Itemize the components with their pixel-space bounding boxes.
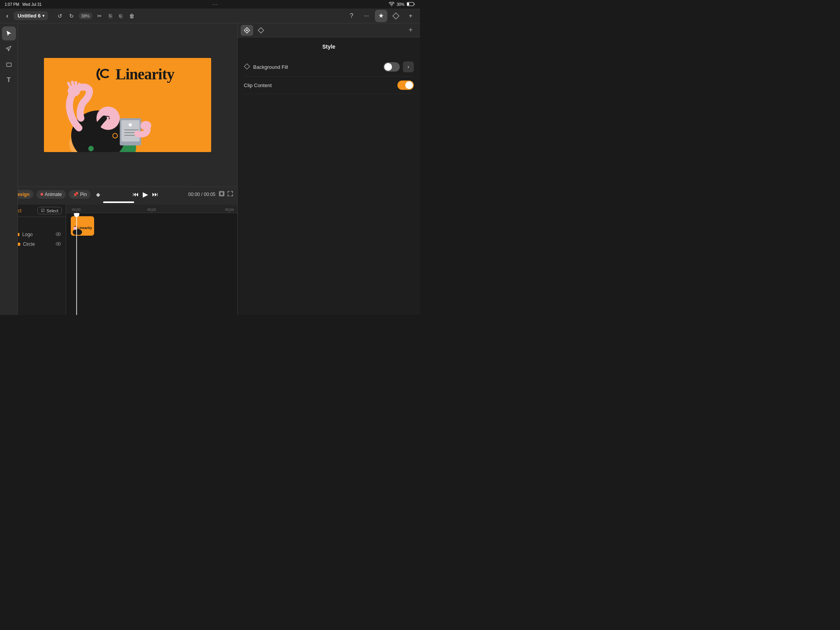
back-button[interactable]: ‹	[3, 11, 11, 21]
right-panel: + Style Background Fill ›	[237, 23, 420, 315]
animate-dot	[40, 193, 43, 196]
logo-swirl-icon	[94, 66, 112, 82]
panel-content: Style Background Fill › Clip Con	[238, 37, 420, 315]
status-dots: ···	[212, 2, 218, 7]
logo-visibility-icon[interactable]	[56, 232, 61, 237]
add-panel-button[interactable]: +	[404, 25, 417, 36]
tick-1	[152, 210, 152, 213]
fullscreen-button[interactable]	[227, 191, 233, 198]
redo-button[interactable]: ↻	[67, 11, 76, 21]
left-tools: T	[0, 23, 18, 315]
copy-button[interactable]: ⎘	[107, 11, 114, 21]
animation-toolbar: Design Animate 📌 Pin ◆ ⏮ ▶ ⏭ 00:00 / 00:…	[0, 187, 237, 201]
styles-tab-button[interactable]	[241, 25, 253, 36]
wifi-icon	[389, 2, 394, 7]
svg-point-22	[140, 121, 151, 130]
text-tool-label: T	[7, 77, 11, 84]
svg-line-11	[78, 84, 79, 88]
select-tool[interactable]	[2, 26, 16, 40]
battery-icon	[407, 2, 415, 7]
tick-0	[76, 210, 77, 213]
right-panel-tabs: +	[238, 23, 420, 37]
svg-point-30	[58, 243, 59, 245]
pin-tab-label: Pin	[80, 192, 87, 197]
scroll-indicator	[103, 201, 134, 203]
svg-point-15	[109, 118, 110, 119]
fit-view-button[interactable]	[219, 191, 225, 198]
svg-text:Linearity: Linearity	[77, 226, 92, 230]
svg-line-9	[72, 82, 73, 86]
battery-level: 30%	[397, 2, 404, 7]
time-display: 00:00 / 00:05	[188, 192, 215, 197]
background-fill-toggle[interactable]	[383, 62, 400, 72]
top-toolbar: ‹ Untitled 6 ▾ ↺ ↻ 38% ✂ ⎘ ⎗ 🗑 ? ··· +	[0, 9, 420, 23]
logo-layer-label: Logo	[22, 232, 33, 237]
undo-button[interactable]: ↺	[55, 11, 65, 21]
svg-line-8	[68, 83, 70, 87]
clip-content-row: Clip Content	[244, 77, 414, 94]
cut-button[interactable]: ✂	[95, 11, 104, 21]
check-icon: ☑	[41, 208, 45, 213]
forward-button[interactable]: ⏭	[152, 191, 158, 198]
status-date: Wed Jul 31	[22, 2, 42, 7]
circle-layer-label: Circle	[23, 242, 35, 247]
background-fill-chevron[interactable]: ›	[403, 61, 414, 72]
pen-tool[interactable]	[2, 42, 16, 56]
design-canvas: Linearity	[44, 58, 211, 152]
animate-tab[interactable]: Animate	[37, 190, 66, 199]
svg-point-13	[88, 146, 94, 151]
svg-point-2	[8, 49, 9, 50]
paste-button[interactable]: ⎗	[117, 11, 124, 21]
pin-icon: 📌	[73, 192, 79, 197]
status-bar: 1:07 PM Wed Jul 31 ··· 30%	[0, 0, 420, 9]
shape-tool[interactable]	[2, 58, 16, 72]
status-time: 1:07 PM	[5, 2, 19, 7]
bottom-section: Design Animate 📌 Pin ◆ ⏮ ▶ ⏭ 00:00 / 00:…	[0, 187, 237, 315]
background-fill-icon	[244, 63, 250, 71]
background-fill-row: Background Fill ›	[244, 58, 414, 77]
canvas-area: Linearity	[18, 23, 237, 187]
tick-2	[229, 210, 230, 213]
clip-content-label: Clip Content	[244, 82, 272, 88]
dropdown-icon: ▾	[42, 14, 44, 18]
more-button[interactable]: ···	[360, 10, 373, 22]
logo-text: Linearity	[116, 65, 174, 83]
text-tool[interactable]: T	[2, 73, 16, 87]
svg-point-14	[105, 118, 106, 119]
bottom-panels: ‹ Project ☑ Select ▾ 1	[0, 205, 237, 315]
vector-tab-button[interactable]	[255, 25, 267, 36]
delete-button[interactable]: 🗑	[127, 11, 137, 21]
playback-controls: ⏮ ▶ ⏭	[133, 190, 158, 199]
project-name: Untitled 6	[18, 13, 40, 19]
timeline-clip[interactable]: S Linearity	[71, 216, 94, 236]
timeline-ruler: 00:00 00:02 00:04 00:06	[66, 205, 237, 213]
help-button[interactable]: ?	[345, 10, 358, 22]
vector-button[interactable]	[390, 10, 402, 22]
svg-point-24	[246, 30, 248, 31]
pin-tab[interactable]: 📌 Pin	[69, 190, 91, 199]
style-panel-title: Style	[244, 44, 414, 50]
keyframe-button[interactable]: ◆	[94, 190, 103, 199]
background-fill-label: Background Fill	[253, 64, 288, 70]
svg-rect-3	[7, 63, 11, 66]
svg-point-28	[58, 233, 59, 235]
project-title-button[interactable]: Untitled 6 ▾	[14, 11, 48, 20]
timeline-content: S Linearity	[66, 213, 237, 315]
select-label: Select	[46, 208, 58, 213]
animate-tab-label: Animate	[45, 192, 62, 197]
rewind-button[interactable]: ⏮	[133, 191, 139, 198]
add-button[interactable]: +	[404, 10, 417, 22]
svg-rect-1	[407, 3, 409, 5]
svg-point-18	[129, 123, 132, 126]
svg-rect-26	[220, 192, 223, 195]
select-button[interactable]: ☑ Select	[37, 207, 62, 214]
clip-thumbnail: S Linearity	[72, 217, 93, 235]
play-button[interactable]: ▶	[143, 190, 148, 199]
svg-point-23	[113, 133, 117, 138]
circle-visibility-icon[interactable]	[56, 242, 61, 247]
clip-content-toggle[interactable]	[397, 80, 414, 90]
timeline-playhead[interactable]	[76, 213, 77, 315]
styles-button[interactable]	[375, 10, 387, 22]
timeline-panel: 00:00 00:02 00:04 00:06	[66, 205, 237, 315]
zoom-button[interactable]: 38%	[79, 12, 93, 19]
